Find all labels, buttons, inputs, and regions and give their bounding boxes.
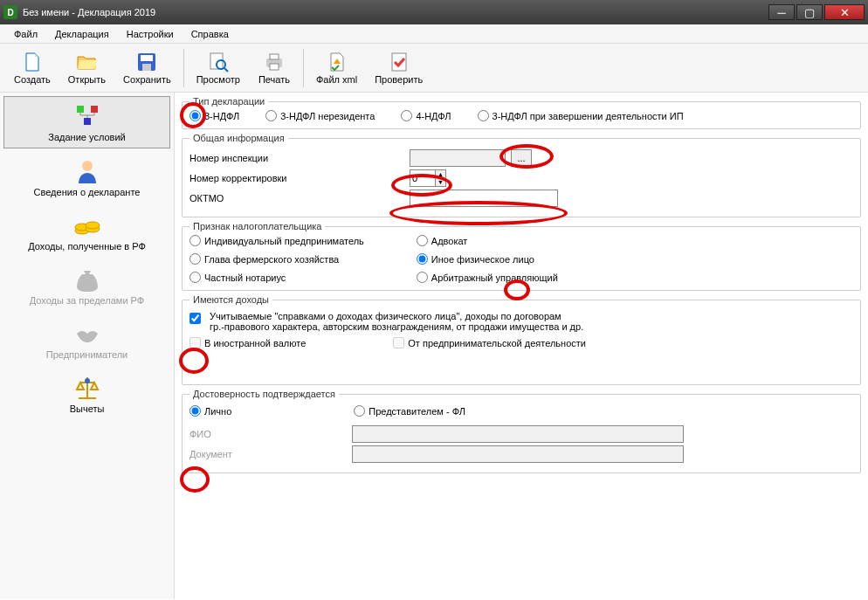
menu-declaration[interactable]: Декларация: [48, 26, 116, 42]
svg-point-12: [82, 161, 93, 171]
minimize-button[interactable]: ─: [768, 4, 795, 20]
radio-ip[interactable]: Индивидуальный предприниматель: [189, 235, 364, 246]
xml-file-icon: [327, 52, 348, 72]
radio-representative[interactable]: Представителем - ФЛ: [354, 405, 465, 417]
nav-entrepreneur: Предприниматели: [3, 314, 170, 365]
svg-point-17: [85, 378, 90, 383]
print-icon: [264, 52, 285, 72]
close-button[interactable]: ✕: [824, 4, 865, 20]
income-group: Имеются доходы Учитываемые "справками о …: [182, 294, 861, 385]
correction-spinner[interactable]: ▲▼: [410, 169, 446, 187]
toolbar-xml[interactable]: Файл xml: [307, 45, 366, 91]
nav-conditions[interactable]: Задание условий: [3, 96, 170, 148]
fio-input: [352, 425, 684, 443]
spinner-down[interactable]: ▼: [436, 178, 445, 186]
radio-arbitration-manager[interactable]: Арбитражный управляющий: [417, 272, 558, 283]
nav-income-rf[interactable]: Доходы, полученные в РФ: [3, 206, 170, 257]
toolbar-open[interactable]: Открыть: [59, 45, 114, 91]
sidebar: Задание условий Сведения о декларанте До…: [0, 93, 175, 599]
correction-label: Номер корректировки: [189, 173, 347, 183]
toolbar-create[interactable]: Создать: [5, 45, 59, 91]
spinner-up[interactable]: ▲: [436, 170, 445, 178]
svg-rect-2: [142, 64, 151, 71]
check-icon: [389, 52, 410, 72]
conditions-icon: [73, 102, 101, 130]
svg-rect-9: [77, 106, 84, 113]
menu-help[interactable]: Справка: [184, 26, 236, 42]
oktmo-input[interactable]: [410, 190, 558, 207]
toolbar-preview[interactable]: Просмотр: [188, 45, 249, 91]
toolbar-print[interactable]: Печать: [249, 45, 300, 91]
document-input: [352, 445, 684, 463]
new-file-icon: [22, 52, 43, 72]
toolbar-separator: [183, 49, 184, 87]
general-info-group: Общая информация Номер инспекции ... Ном…: [182, 133, 861, 217]
radio-3ndfl-ip-end[interactable]: 3-НДФЛ при завершении деятельности ИП: [478, 110, 684, 121]
preview-icon: [208, 52, 229, 72]
nav-income-abroad: Доходы за пределами РФ: [3, 260, 170, 311]
toolbar: Создать Открыть Сохранить Просмотр Печат…: [0, 44, 868, 93]
inspection-label: Номер инспекции: [189, 153, 347, 163]
svg-point-16: [86, 222, 100, 229]
svg-rect-8: [392, 53, 406, 71]
svg-rect-10: [91, 106, 98, 113]
radio-farmer[interactable]: Глава фермерского хозяйства: [189, 253, 364, 265]
reliability-legend: Достоверность подтверждается: [189, 389, 339, 399]
general-info-legend: Общая информация: [189, 133, 288, 143]
radio-4ndfl[interactable]: 4-НДФЛ: [401, 110, 451, 121]
main-panel: Тип декларации 3-НДФЛ 3-НДФЛ нерезидента…: [175, 93, 868, 599]
window-titlebar: D Без имени - Декларация 2019 ─ ▢ ✕: [0, 0, 868, 24]
money-bag-icon: [73, 266, 101, 293]
inspection-browse-button[interactable]: ...: [511, 149, 532, 167]
radio-lawyer[interactable]: Адвокат: [417, 235, 558, 246]
declaration-type-group: Тип декларации 3-НДФЛ 3-НДФЛ нерезидента…: [182, 96, 861, 129]
menu-file[interactable]: Файл: [7, 26, 45, 42]
coins-icon: [73, 211, 101, 239]
fio-label: ФИО: [189, 429, 347, 439]
radio-notary[interactable]: Частный нотариус: [189, 272, 364, 283]
svg-rect-11: [84, 118, 91, 125]
menu-settings[interactable]: Настройки: [120, 26, 181, 42]
nav-declarant[interactable]: Сведения о декларанте: [3, 152, 170, 203]
scales-icon: [73, 374, 101, 402]
checkbox-entrepreneur-activity[interactable]: От предпринимательской деятельности: [393, 337, 586, 348]
handshake-icon: [73, 320, 101, 348]
person-icon: [73, 157, 101, 185]
checkbox-income-certificates[interactable]: [189, 313, 201, 324]
reliability-group: Достоверность подтверждается Лично Предс…: [182, 389, 861, 473]
document-label: Документ: [189, 449, 347, 459]
save-icon: [136, 52, 157, 72]
toolbar-save[interactable]: Сохранить: [114, 45, 180, 91]
maximize-button[interactable]: ▢: [796, 4, 823, 20]
menu-bar: Файл Декларация Настройки Справка: [0, 24, 868, 44]
radio-other-individual[interactable]: Иное физическое лицо: [417, 253, 558, 265]
svg-rect-1: [141, 55, 153, 61]
inspection-input: [410, 149, 506, 167]
app-icon: D: [3, 5, 17, 19]
radio-personally[interactable]: Лично: [189, 405, 231, 417]
nav-deductions[interactable]: Вычеты: [3, 369, 170, 419]
checkbox-foreign-currency[interactable]: В иностранной валюте: [189, 337, 306, 348]
income-legend: Имеются доходы: [189, 294, 272, 305]
taxpayer-type-legend: Признак налогоплательщика: [189, 221, 325, 231]
toolbar-check[interactable]: Проверить: [366, 45, 431, 91]
svg-rect-6: [270, 54, 279, 59]
folder-open-icon: [76, 52, 97, 72]
declaration-type-legend: Тип декларации: [189, 96, 268, 107]
window-title: Без имени - Декларация 2019: [23, 7, 768, 17]
toolbar-separator: [303, 49, 304, 87]
oktmo-label: ОКТМО: [189, 193, 347, 203]
radio-3ndfl[interactable]: 3-НДФЛ: [189, 110, 239, 121]
correction-input[interactable]: [410, 170, 435, 186]
taxpayer-type-group: Признак налогоплательщика Индивидуальный…: [182, 221, 861, 291]
radio-3ndfl-nonresident[interactable]: 3-НДФЛ нерезидента: [265, 110, 375, 121]
svg-rect-7: [270, 64, 279, 70]
